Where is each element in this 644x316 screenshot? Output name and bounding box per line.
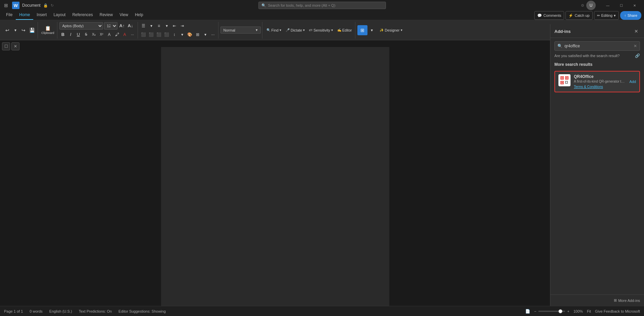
bullets-button[interactable]: ☰ [140, 22, 147, 30]
tools-group: 🔍 Find ▾ 🎤 Dictate ▾ 🏷 Sensitivity ▾ ✍ E… [263, 22, 356, 39]
svg-rect-9 [565, 81, 566, 82]
tab-review[interactable]: Review [96, 10, 116, 20]
settings-icon[interactable]: ⚙ [581, 3, 584, 8]
outdent-button[interactable]: ⇤ [171, 22, 178, 30]
catchup-button[interactable]: ⚡ Catch up [565, 11, 592, 20]
font-family-selector[interactable]: Aptos (Body) [59, 22, 103, 30]
zoom-slider[interactable] [538, 311, 565, 312]
undo-dropdown[interactable]: ▾ [12, 27, 19, 34]
numbering-button[interactable]: ≡ [155, 22, 163, 30]
tab-insert[interactable]: Insert [33, 10, 50, 20]
svg-rect-15 [566, 83, 567, 84]
addins-search-box[interactable]: 🔍 ✕ [554, 41, 640, 51]
title-bar-left: ⊞ W Document 🔒 ↻ [3, 1, 54, 9]
global-search-bar[interactable]: 🔍 Search for tools, help, and more (Alt … [258, 2, 386, 9]
svg-rect-16 [567, 83, 568, 84]
addins-scroll-area: More search results [550, 61, 644, 295]
addins-dropdown[interactable]: ▾ [368, 27, 376, 34]
editor-button[interactable]: ✍ Editor [335, 27, 354, 34]
svg-rect-10 [566, 81, 567, 82]
clipboard-button[interactable]: 📋 Clipboard [40, 23, 56, 38]
underline-button[interactable]: U [75, 31, 82, 38]
zoom-out-icon[interactable]: − [534, 309, 536, 313]
addin-qr4office-desc: A first-of-its-kind QR-generator that i.… [574, 80, 626, 83]
align-center-button[interactable]: ⬛ [148, 31, 155, 38]
font-size-selector[interactable]: 12 [104, 22, 117, 30]
svg-rect-13 [567, 82, 568, 83]
addin-qr4office-add-button[interactable]: Add [629, 80, 636, 84]
align-right-button[interactable]: ⬛ [155, 31, 163, 38]
addins-panel-close-button[interactable]: ✕ [633, 28, 640, 35]
italic-button[interactable]: I [67, 31, 75, 38]
line-spacing-dropdown[interactable]: ▾ [179, 31, 186, 38]
bold-button[interactable]: B [59, 31, 67, 38]
font-color-button[interactable]: A [121, 31, 129, 38]
more-font-options[interactable]: ··· [129, 31, 136, 38]
feedback-link-icon[interactable]: 🔗 [635, 53, 640, 58]
addins-button[interactable]: ⊞ [357, 25, 367, 35]
style-selector[interactable]: Normal ▾ [220, 27, 261, 34]
save-button[interactable]: 💾 [28, 23, 36, 38]
zoom-percent[interactable]: 100% [574, 309, 583, 313]
addin-qr4office-terms-link[interactable]: Terms & Conditions [574, 85, 603, 89]
sensitivity-button[interactable]: 🏷 Sensitivity ▾ [307, 27, 335, 34]
shading-button[interactable]: 🎨 [186, 31, 194, 38]
svg-rect-11 [567, 81, 568, 82]
designer-button[interactable]: ✨ Designer ▾ [378, 27, 404, 34]
tab-view[interactable]: View [116, 10, 132, 20]
style-selector-area: Normal ▾ [220, 27, 261, 34]
search-clear-icon[interactable]: ✕ [634, 44, 637, 48]
tab-home[interactable]: Home [16, 10, 33, 20]
feedback-link[interactable]: Give Feedback to Microsoft [595, 309, 640, 313]
borders-dropdown[interactable]: ▾ [202, 31, 209, 38]
more-paragraph-options[interactable]: ··· [209, 31, 217, 38]
tab-file[interactable]: File [3, 10, 16, 20]
bullets-dropdown[interactable]: ▾ [148, 22, 155, 30]
undo-icon: ↩ [5, 28, 9, 33]
zoom-fit[interactable]: Fit [587, 309, 591, 313]
microphone-icon: 🎤 [286, 28, 290, 32]
page-view-icon[interactable]: 📄 [525, 309, 530, 314]
comments-button[interactable]: 💬 Comments [534, 11, 564, 20]
tab-help[interactable]: Help [132, 10, 147, 20]
increase-font-button[interactable]: A↑ [118, 22, 126, 30]
addin-item-qr4office[interactable]: QR4Office A first-of-its-kind QR-generat… [554, 71, 640, 92]
more-addins-button[interactable]: ⊞ More Add-ins [614, 298, 640, 303]
borders-button[interactable]: ⊞ [194, 31, 201, 38]
dictate-dropdown-icon: ▾ [303, 28, 305, 32]
subscript-button[interactable]: X₂ [90, 31, 98, 38]
justify-button[interactable]: ⬛ [163, 31, 170, 38]
tab-references[interactable]: References [69, 10, 96, 20]
superscript-button[interactable]: X² [98, 31, 105, 38]
grid-icon[interactable]: ⊞ [3, 1, 9, 9]
addin-qr4office-icon [558, 74, 571, 86]
addins-search-input[interactable] [564, 44, 632, 48]
share-button[interactable]: ↑ Share [620, 11, 641, 20]
style-dropdown-icon: ▾ [256, 28, 258, 32]
text-effects-button[interactable]: A [106, 31, 113, 38]
numbering-dropdown[interactable]: ▾ [163, 22, 170, 30]
minimize-button[interactable]: — [601, 0, 614, 11]
status-bar: Page 1 of 1 0 words English (U.S.) Text … [0, 306, 644, 316]
paragraph-group: ☰ ▾ ≡ ▾ ⇤ ⇥ ⬛ ⬛ ⬛ ⬛ ↕ ▾ 🎨 ⊞ ▾ ··· [139, 22, 218, 39]
dictate-button[interactable]: 🎤 Dictate ▾ [284, 27, 307, 34]
undo-button[interactable]: ↩ [3, 23, 11, 38]
strikethrough-button[interactable]: S̶ [83, 31, 90, 38]
tab-layout[interactable]: Layout [50, 10, 69, 20]
maximize-button[interactable]: ☐ [614, 0, 628, 11]
line-spacing-button[interactable]: ↕ [171, 31, 178, 38]
zoom-in-icon[interactable]: + [567, 309, 569, 313]
save-icon: 💾 [29, 28, 35, 33]
user-avatar[interactable]: U [586, 1, 596, 10]
indent-button[interactable]: ⇥ [179, 22, 186, 30]
decrease-font-button[interactable]: A↓ [127, 22, 134, 30]
redo-button[interactable]: ↪ [19, 23, 28, 38]
toggle-sidebar-button[interactable]: ☐ [2, 42, 10, 50]
close-sidebar-button[interactable]: ✕ [11, 42, 19, 50]
editing-button[interactable]: ✏ Editing ▾ [594, 11, 619, 20]
align-left-button[interactable]: ⬛ [140, 31, 147, 38]
find-button[interactable]: 🔍 Find ▾ [264, 27, 283, 34]
highlight-color-button[interactable]: 🖍 [113, 31, 121, 38]
paragraph-row1: ☰ ▾ ≡ ▾ ⇤ ⇥ [140, 22, 186, 30]
close-button[interactable]: ✕ [628, 0, 641, 11]
